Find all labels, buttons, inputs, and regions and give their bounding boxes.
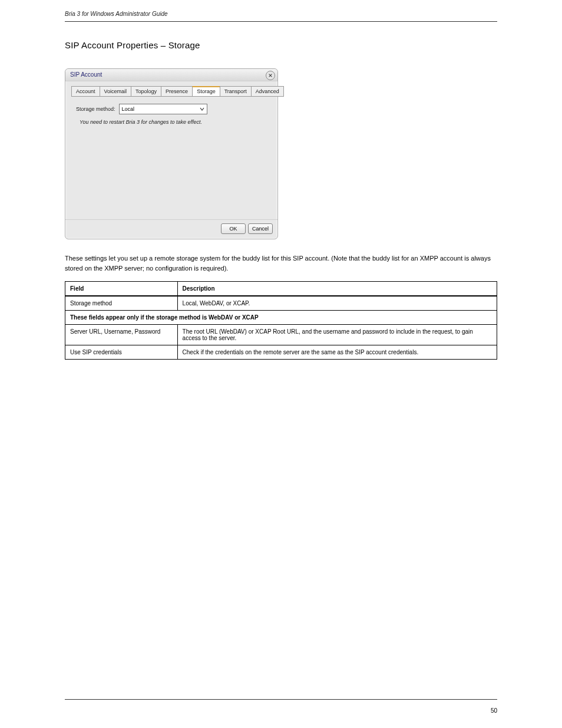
tab-account[interactable]: Account xyxy=(71,86,100,97)
storage-method-value: Local xyxy=(122,106,135,112)
tab-presence[interactable]: Presence xyxy=(161,86,193,97)
th-desc: Description xyxy=(177,282,497,297)
header-doc-title: Bria 3 for Windows Administrator Guide xyxy=(65,11,168,17)
header-rule xyxy=(65,21,497,22)
dialog-tabs: Account Voicemail Topology Presence Stor… xyxy=(71,86,272,97)
storage-method-select[interactable]: Local xyxy=(119,104,207,114)
dialog-title-text: SIP Account xyxy=(70,71,102,78)
cell-field: Use SIP credentials xyxy=(65,345,178,360)
table-section-row: These fields appear only if the storage … xyxy=(65,311,497,325)
intro-paragraph: These settings let you set up a remote s… xyxy=(65,253,497,273)
tab-transport[interactable]: Transport xyxy=(220,86,252,97)
sip-account-dialog: SIP Account Account Voicemail Topology P… xyxy=(65,68,278,239)
tab-voicemail[interactable]: Voicemail xyxy=(100,86,132,97)
tab-storage[interactable]: Storage xyxy=(192,86,220,97)
tab-topology[interactable]: Topology xyxy=(131,86,161,97)
table-row: Use SIP credentials Check if the credent… xyxy=(65,345,497,360)
cell-field: Server URL, Username, Password xyxy=(65,325,178,345)
th-field: Field xyxy=(65,282,178,297)
cell-desc: Check if the credentials on the remote s… xyxy=(177,345,497,360)
storage-method-label: Storage method: xyxy=(76,106,115,112)
close-icon[interactable] xyxy=(266,71,275,80)
cell-field: Storage method xyxy=(65,296,178,311)
fields-table: Field Description Storage method Local, … xyxy=(65,281,497,360)
footer-rule xyxy=(65,699,497,700)
section-heading: SIP Account Properties – Storage xyxy=(65,40,200,50)
cancel-button[interactable]: Cancel xyxy=(248,223,273,234)
table-row: Server URL, Username, Password The root … xyxy=(65,325,497,345)
tab-advanced[interactable]: Advanced xyxy=(251,86,284,97)
restart-hint: You need to restart Bria 3 for changes t… xyxy=(80,119,263,125)
cell-section: These fields appear only if the storage … xyxy=(65,311,497,325)
ok-button[interactable]: OK xyxy=(221,223,246,234)
page-number: 50 xyxy=(65,707,497,714)
cell-desc: The root URL (WebDAV) or XCAP Root URL, … xyxy=(177,325,497,345)
cell-desc: Local, WebDAV, or XCAP. xyxy=(177,296,497,311)
chevron-down-icon xyxy=(199,106,206,113)
dialog-titlebar[interactable]: SIP Account xyxy=(65,69,277,81)
table-row: Storage method Local, WebDAV, or XCAP. xyxy=(65,296,497,311)
